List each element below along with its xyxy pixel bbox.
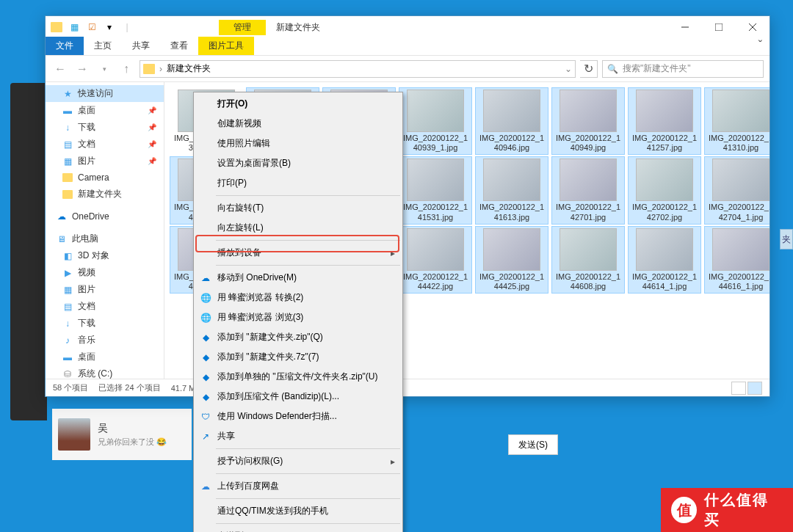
badge-text: 什么值得买 — [704, 490, 783, 530]
thumbnail-image — [483, 228, 540, 271]
nav-this-pc[interactable]: 🖥此电脑 — [46, 230, 164, 247]
file-thumbnail[interactable]: IMG_20200122_141257.jpg — [629, 88, 700, 154]
nav-videos[interactable]: ▶视频 — [46, 264, 164, 281]
side-tab[interactable]: 夹 — [780, 229, 793, 249]
file-thumbnail[interactable]: IMG_20200122_144616_1.jpg — [705, 227, 770, 293]
nav-camera[interactable]: Camera — [46, 170, 164, 186]
address-bar-row: ← → ▾ ↑ › 新建文件夹 ⌄ ↻ 🔍 搜索"新建文件夹" — [46, 56, 770, 82]
document-icon: ▤ — [62, 301, 73, 313]
thumbnail-image — [636, 158, 693, 201]
nav-documents[interactable]: ▤文档📌 — [46, 136, 164, 153]
nav-music[interactable]: ♪音乐 — [46, 332, 164, 349]
chat-preview[interactable]: 吴 兄弟你回来了没 😂 — [52, 409, 192, 460]
cm-defender[interactable]: 🛡使用 Windows Defender扫描... — [195, 407, 401, 426]
cm-add-bandizip[interactable]: ◆添加到压缩文件 (Bandizip)(L)... — [195, 387, 401, 407]
cm-open[interactable]: 打开(O) — [195, 94, 401, 114]
file-thumbnail[interactable]: IMG_20200122_142702.jpg — [629, 157, 700, 223]
cm-add-zip[interactable]: ◆添加到 "新建文件夹.zip"(Q) — [195, 327, 401, 347]
view-icons-button[interactable] — [747, 382, 762, 395]
forward-button[interactable]: → — [73, 60, 91, 78]
svg-rect-1 — [715, 23, 723, 31]
cm-share[interactable]: ↗共享 — [195, 426, 401, 446]
tab-home[interactable]: 主页 — [84, 37, 122, 55]
file-thumbnail[interactable]: IMG_20200122_142704_1.jpg — [705, 157, 770, 223]
cm-move-onedrive[interactable]: ☁移动到 OneDrive(M) — [195, 268, 401, 288]
file-name: IMG_20200122_140939_1.jpg — [401, 134, 470, 153]
file-thumbnail[interactable]: IMG_20200122_140949.jpg — [552, 88, 624, 154]
file-name: IMG_20200122_144425.jpg — [477, 272, 546, 291]
nav-downloads-pc[interactable]: ↓下载 — [46, 315, 164, 332]
tab-file[interactable]: 文件 — [46, 37, 84, 55]
thumbnail-image — [407, 158, 464, 201]
qat-new-icon[interactable]: ☑ — [84, 19, 100, 35]
nav-desktop[interactable]: ▬桌面📌 — [46, 102, 164, 119]
refresh-button[interactable]: ↻ — [580, 60, 598, 78]
file-thumbnail[interactable]: IMG_20200122_142701.jpg — [552, 157, 624, 223]
tab-picture-tools[interactable]: 图片工具 — [198, 37, 254, 55]
cm-print[interactable]: 打印(P) — [195, 173, 401, 193]
nav-onedrive[interactable]: ☁OneDrive — [46, 208, 164, 225]
nav-downloads[interactable]: ↓下载📌 — [46, 119, 164, 136]
maximize-button[interactable] — [702, 16, 736, 38]
watermark-badge: 值 什么值得买 — [661, 488, 793, 532]
cm-grant-access[interactable]: 授予访问权限(G)▸ — [195, 451, 401, 471]
minimize-button[interactable] — [668, 16, 702, 38]
cm-edit-photo[interactable]: 使用照片编辑 — [195, 134, 401, 153]
address-path: 新建文件夹 — [167, 62, 211, 75]
file-thumbnail[interactable]: IMG_20200122_144608.jpg — [552, 227, 624, 293]
folder-app-icon — [48, 19, 65, 35]
cm-send-to[interactable]: 发送到(N)▸ — [195, 526, 401, 532]
cm-upload-baidu[interactable]: ☁上传到百度网盘 — [195, 476, 401, 496]
qat-dropdown-icon[interactable]: ▾ — [101, 19, 117, 35]
picture-icon: ▦ — [62, 156, 73, 167]
tab-view[interactable]: 查看 — [160, 37, 198, 55]
nav-documents-pc[interactable]: ▤文档 — [46, 298, 164, 315]
nav-pictures[interactable]: ▦图片📌 — [46, 153, 164, 170]
back-button[interactable]: ← — [51, 60, 69, 78]
video-icon: ▶ — [62, 267, 73, 279]
chat-message: 兄弟你回来了没 😂 — [98, 437, 167, 448]
cm-add-7z[interactable]: ◆添加到 "新建文件夹.7z"(7) — [195, 347, 401, 367]
ribbon-tabs: 文件 主页 共享 查看 图片工具 ˇ — [46, 38, 770, 56]
nav-pictures-pc[interactable]: ▦图片 — [46, 281, 164, 298]
nav-desktop-pc[interactable]: ▬桌面 — [46, 349, 164, 365]
nav-quick-access[interactable]: ★快速访问 — [46, 85, 164, 102]
cm-set-wallpaper[interactable]: 设置为桌面背景(B) — [195, 153, 401, 173]
file-thumbnail[interactable]: IMG_20200122_141613.jpg — [476, 157, 548, 223]
view-details-button[interactable] — [731, 382, 746, 395]
cm-rotate-left[interactable]: 向左旋转(L) — [195, 218, 401, 238]
file-thumbnail[interactable]: IMG_20200122_140946.jpg — [476, 88, 548, 154]
file-thumbnail[interactable]: IMG_20200122_144614_1.jpg — [629, 227, 700, 293]
thumbnail-image — [560, 90, 617, 132]
folder-icon — [62, 172, 73, 183]
file-thumbnail[interactable]: IMG_20200122_141310.jpg — [705, 88, 770, 154]
file-name: IMG_20200122_140946.jpg — [477, 134, 546, 153]
file-thumbnail[interactable]: IMG_20200122_144425.jpg — [476, 227, 548, 293]
close-button[interactable] — [736, 16, 770, 38]
tab-share[interactable]: 共享 — [122, 37, 160, 55]
cm-browser-browse[interactable]: 🌐用 蜂蜜浏览器 浏览(3) — [195, 307, 401, 327]
file-thumbnail[interactable]: IMG_20200122_144422.jpg — [399, 227, 471, 293]
send-button[interactable]: 发送(S) — [508, 434, 558, 455]
download-icon: ↓ — [62, 122, 73, 134]
address-bar[interactable]: › 新建文件夹 ⌄ — [140, 60, 576, 78]
cm-add-separate[interactable]: ◆添加到单独的 "压缩文件/文件夹名.zip"(U) — [195, 367, 401, 387]
file-name: IMG_20200122_141257.jpg — [630, 134, 699, 153]
file-name: IMG_20200122_144614_1.jpg — [630, 272, 699, 291]
cm-create-video[interactable]: 创建新视频 — [195, 114, 401, 134]
nav-new-folder[interactable]: 新建文件夹 — [46, 186, 164, 203]
download-icon: ↓ — [62, 318, 73, 329]
recent-dropdown[interactable]: ▾ — [95, 60, 113, 78]
cm-browser-convert[interactable]: 🌐用 蜂蜜浏览器 转换(2) — [195, 288, 401, 307]
search-input[interactable]: 🔍 搜索"新建文件夹" — [602, 60, 764, 78]
up-button[interactable]: ↑ — [117, 60, 135, 78]
cm-send-qq[interactable]: 通过QQ/TIM发送到我的手机 — [195, 501, 401, 521]
nav-3d-objects[interactable]: ◧3D 对象 — [46, 247, 164, 264]
file-thumbnail[interactable]: IMG_20200122_141531.jpg — [399, 157, 471, 223]
ribbon-expand-icon[interactable]: ˇ — [751, 36, 770, 55]
cm-cast[interactable]: 播放到设备▸ — [195, 243, 401, 263]
cm-rotate-right[interactable]: 向右旋转(T) — [195, 198, 401, 218]
file-thumbnail[interactable]: IMG_20200122_140939_1.jpg — [399, 88, 471, 154]
qat-properties-icon[interactable]: ▦ — [66, 19, 82, 35]
nav-system-c[interactable]: ⛁系统 (C:) — [46, 365, 164, 379]
